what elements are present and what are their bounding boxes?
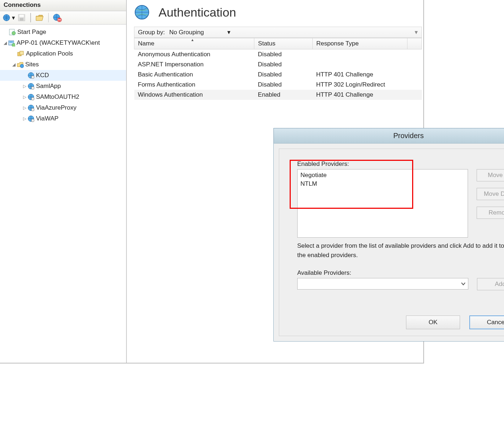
cell-status: Disabled (254, 59, 313, 70)
globe-stop-icon (53, 13, 62, 22)
tree-site-label: SAMtoOAUTH2 (35, 93, 79, 101)
enabled-providers-list[interactable]: NegotiateNTLM (297, 169, 468, 238)
connect-button[interactable] (1, 13, 12, 23)
cell-status: Disabled (254, 70, 313, 80)
auth-row[interactable]: Basic AuthenticationDisabledHTTP 401 Cha… (134, 70, 422, 80)
connections-title: Connections (0, 0, 126, 11)
tree-collapse-icon[interactable]: ◢ (11, 62, 17, 67)
dialog-titlebar[interactable]: Providers ? x (274, 128, 504, 144)
tree-expand-icon[interactable]: ▷ (22, 94, 27, 100)
providers-hint: Select a provider from the list of avail… (297, 241, 504, 260)
svg-point-17 (31, 76, 34, 79)
main-panel: Authentication Group by: No Grouping ▾ ▾… (127, 0, 423, 363)
site-globe-icon (27, 93, 35, 101)
tree-site-item[interactable]: ▷ViaAzureProxy (0, 102, 126, 113)
tree-sites[interactable]: ◢ Sites (0, 59, 126, 70)
group-by-label: Group by: (138, 29, 165, 36)
move-down-button[interactable]: Move Down (477, 188, 504, 200)
cell-rtype (312, 49, 407, 60)
cell-name: ASP.NET Impersonation (134, 59, 254, 70)
auth-row[interactable]: Windows AuthenticationEnabledHTTP 401 Ch… (134, 90, 422, 100)
svg-rect-11 (9, 41, 13, 43)
save-button[interactable] (17, 13, 27, 23)
toolbar-separator (48, 13, 49, 22)
tree-start-page[interactable]: Start Page (0, 27, 126, 38)
folder-open-icon (35, 14, 44, 22)
group-by-select[interactable]: No Grouping ▾ (169, 28, 231, 36)
site-globe-icon (27, 83, 35, 90)
app-pools-icon (17, 50, 24, 57)
enabled-provider-item[interactable]: Negotiate (300, 171, 465, 180)
open-folder-button[interactable] (35, 13, 45, 23)
svg-point-19 (31, 87, 34, 89)
available-providers-label: Available Providers: (297, 269, 504, 277)
cell-rtype (312, 59, 407, 70)
tree-expand-icon[interactable]: ▷ (22, 116, 27, 121)
ok-button[interactable]: OK (406, 316, 460, 329)
providers-dialog: Providers ? x Enabled Providers: Negotia… (273, 128, 504, 341)
add-button[interactable]: Add (477, 278, 504, 290)
tree-site-label: KCD (35, 72, 49, 79)
auth-row[interactable]: ASP.NET ImpersonationDisabled (134, 59, 422, 70)
tree-site-item[interactable]: ▷SAMtoOAUTH2 (0, 92, 126, 102)
view-toggle[interactable]: ▾ (415, 28, 418, 36)
tree-collapse-icon[interactable]: ◢ (2, 40, 8, 45)
cell-rtype: HTTP 302 Login/Redirect (312, 80, 407, 90)
tree-site-item[interactable]: ▷SamlApp (0, 81, 126, 92)
cell-name: Basic Authentication (134, 70, 254, 80)
connections-panel: Connections ▾ (0, 0, 127, 363)
tree-expand-icon[interactable]: ▷ (22, 84, 27, 89)
cell-rtype: HTTP 401 Challenge (312, 90, 407, 100)
tree-site-item[interactable]: KCD (0, 70, 126, 81)
svg-rect-14 (20, 51, 23, 55)
chevron-down-icon (461, 281, 466, 286)
tree-app-pools[interactable]: Application Pools (0, 48, 126, 59)
tree-expand-icon[interactable]: ▷ (22, 105, 27, 110)
tree-server[interactable]: ◢ APP-01 (WACKETYWACK\ent (0, 38, 126, 48)
svg-point-15 (20, 64, 24, 68)
tree-site-item[interactable]: ▷ViaWAP (0, 113, 126, 124)
remove-button[interactable]: Remove (477, 207, 504, 219)
cell-name: Forms Authentication (134, 80, 254, 90)
svg-point-21 (31, 97, 34, 100)
sites-folder-icon (17, 61, 24, 68)
col-status[interactable]: Status (254, 38, 313, 49)
svg-rect-7 (58, 19, 61, 20)
enabled-provider-item[interactable]: NTLM (300, 180, 465, 188)
site-globe-icon (27, 72, 35, 79)
cell-status: Disabled (254, 80, 313, 90)
svg-rect-2 (19, 15, 24, 17)
auth-row[interactable]: Forms AuthenticationDisabledHTTP 302 Log… (134, 80, 422, 90)
tree-site-label: ViaWAP (35, 115, 58, 122)
cancel-button[interactable]: Cancel (469, 316, 504, 329)
cell-name: Windows Authentication (134, 90, 254, 100)
tree-site-label: ViaAzureProxy (35, 104, 76, 111)
svg-point-23 (31, 108, 34, 111)
svg-point-12 (12, 43, 15, 47)
col-rtype[interactable]: Response Type (312, 38, 407, 49)
cell-status: Disabled (254, 49, 313, 60)
start-page-icon (9, 28, 16, 36)
cell-status: Enabled (254, 90, 313, 100)
site-globe-icon (27, 115, 35, 122)
tree-site-label: SamlApp (35, 83, 61, 90)
col-spacer (407, 38, 422, 49)
auth-row[interactable]: Anonymous AuthenticationDisabled (134, 49, 422, 60)
move-up-button[interactable]: Move Up (477, 169, 504, 181)
col-name[interactable]: Name ▲ (134, 38, 254, 49)
enabled-providers-label: Enabled Providers: (297, 160, 504, 168)
available-providers-combo[interactable] (297, 278, 468, 290)
toolbar-separator (30, 13, 31, 22)
authentication-table[interactable]: Name ▲ Status Response Type Anonymous Au… (134, 38, 422, 100)
chevron-down-icon: ▾ (227, 28, 231, 36)
stop-site-button[interactable] (52, 13, 62, 23)
cell-rtype: HTTP 401 Challenge (312, 70, 407, 80)
connect-dropdown[interactable]: ▾ (12, 14, 15, 22)
floppy-icon (18, 14, 26, 22)
connections-tree[interactable]: Start Page ◢ APP-01 (WACKETYWACK\ent App… (0, 25, 126, 124)
page-title: Authentication (159, 5, 236, 19)
connections-toolbar: ▾ (0, 11, 126, 25)
dialog-title: Providers (393, 132, 424, 140)
cell-name: Anonymous Authentication (134, 49, 254, 60)
sort-asc-icon: ▲ (191, 38, 194, 42)
